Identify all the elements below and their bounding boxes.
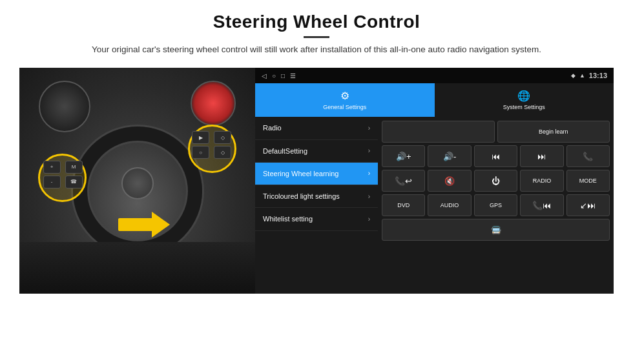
page-title: Steering Wheel Control xyxy=(92,12,541,32)
dvd-label: DVD xyxy=(397,202,410,208)
vol-up-icon: 🔊+ xyxy=(396,152,411,161)
gauge-left xyxy=(39,81,90,132)
gauge-right xyxy=(191,81,236,126)
menu-item-tricoloured-label: Tricoloured light settings xyxy=(263,192,340,201)
audio-label: AUDIO xyxy=(441,202,459,208)
recents-icon[interactable]: □ xyxy=(281,72,285,79)
status-nav-icons: ◁ ○ □ ☰ xyxy=(262,72,296,79)
chevron-icon-4: › xyxy=(368,193,370,200)
tab-system-settings[interactable]: 🌐 System Settings xyxy=(435,83,614,117)
call-end-button[interactable]: 📞↩ xyxy=(382,170,425,192)
control-panel: Begin learn 🔊+ 🔊- ⏮ xyxy=(378,117,614,294)
skip-next-button[interactable]: ↙⏭ xyxy=(566,194,610,216)
audio-button[interactable]: AUDIO xyxy=(428,194,471,216)
next-track-icon: ⏭ xyxy=(537,152,546,161)
tab-general-settings[interactable]: ⚙ General Settings xyxy=(255,83,435,117)
back-icon[interactable]: ◁ xyxy=(262,72,267,79)
content-area: + M - ☎ ▶ ◇ ○ ◇ xyxy=(19,68,614,294)
dashboard xyxy=(19,242,255,294)
location-icon: ◆ xyxy=(571,72,576,79)
control-row-1: Begin learn xyxy=(382,121,610,143)
prev-track-button[interactable]: ⏮ xyxy=(474,145,517,167)
status-time: 13:13 xyxy=(589,72,607,79)
home-icon[interactable]: ○ xyxy=(272,72,276,79)
control-row-2: 🔊+ 🔊- ⏮ ⏭ 📞 xyxy=(382,145,610,167)
chevron-icon: › xyxy=(368,125,370,132)
begin-learn-button[interactable]: Begin learn xyxy=(497,121,610,143)
android-panel: ◁ ○ □ ☰ ◆ ▲ 13:13 ⚙ General Settings xyxy=(255,68,614,294)
steering-wheel-center xyxy=(121,167,154,199)
vol-down-button[interactable]: 🔊- xyxy=(428,145,471,167)
title-section: Steering Wheel Control Your original car… xyxy=(92,12,541,56)
call-end-icon: 📞↩ xyxy=(395,176,412,186)
title-divider xyxy=(304,36,329,38)
gps-button[interactable]: GPS xyxy=(474,194,517,216)
skip-next-icon: ↙⏭ xyxy=(580,201,596,210)
empty-box xyxy=(382,121,495,143)
menu-item-default-label: DefaultSetting xyxy=(263,147,307,156)
sw-btn-vol: ◇ xyxy=(214,146,231,159)
power-icon: ⏻ xyxy=(492,176,500,186)
mode-label: MODE xyxy=(579,177,597,184)
vol-up-button[interactable]: 🔊+ xyxy=(382,145,425,167)
sw-btn-plus: + xyxy=(43,161,61,174)
bus-button[interactable]: 🚍 xyxy=(382,219,610,241)
gps-label: GPS xyxy=(490,202,502,208)
settings-content: Radio › DefaultSetting › Steering Wheel … xyxy=(255,117,614,294)
menu-item-whitelist-label: Whitelist setting xyxy=(263,214,313,223)
phone-prev-icon: 📞⏮ xyxy=(532,201,551,210)
menu-item-tricoloured[interactable]: Tricoloured light settings › xyxy=(255,185,378,208)
tab-system-label: System Settings xyxy=(503,104,545,110)
tab-general-label: General Settings xyxy=(323,104,366,110)
chevron-icon-5: › xyxy=(368,216,370,223)
menu-item-radio-label: Radio xyxy=(263,123,282,132)
next-track-button[interactable]: ⏭ xyxy=(520,145,563,167)
status-bar: ◁ ○ □ ☰ ◆ ▲ 13:13 xyxy=(255,68,614,83)
menu-item-steering[interactable]: Steering Wheel learning › xyxy=(255,163,378,185)
menu-item-steering-label: Steering Wheel learning xyxy=(263,169,338,178)
yellow-arrow xyxy=(118,212,170,238)
sw-btn-mode: M xyxy=(65,161,83,174)
menu-item-whitelist[interactable]: Whitelist setting › xyxy=(255,208,378,230)
arrow-body xyxy=(118,218,154,231)
arrow-head xyxy=(152,212,170,238)
menu-item-default[interactable]: DefaultSetting › xyxy=(255,140,378,163)
dvd-button[interactable]: DVD xyxy=(382,194,425,216)
mute-icon: 🔇 xyxy=(444,176,455,186)
btn-group-right: ▶ ◇ ○ ◇ xyxy=(192,131,234,159)
general-settings-icon: ⚙ xyxy=(340,90,349,102)
sw-btn-call: ☎ xyxy=(65,176,83,188)
system-settings-icon: 🌐 xyxy=(517,90,530,102)
signal-icon: ▲ xyxy=(579,72,585,79)
sw-btn-media: ▶ xyxy=(192,131,209,144)
control-row-3: 📞↩ 🔇 ⏻ RADIO MODE xyxy=(382,170,610,192)
radio-label: RADIO xyxy=(533,177,552,184)
menu-icon[interactable]: ☰ xyxy=(290,72,296,79)
tab-bar: ⚙ General Settings 🌐 System Settings xyxy=(255,83,614,117)
phone-icon: 📞 xyxy=(583,152,593,161)
power-button[interactable]: ⏻ xyxy=(474,170,517,192)
mute-button[interactable]: 🔇 xyxy=(428,170,471,192)
page-wrapper: Steering Wheel Control Your original car… xyxy=(0,0,633,364)
chevron-icon-2: › xyxy=(368,147,370,154)
control-row-5: 🚍 xyxy=(382,219,610,241)
btn-group-left: + M - ☎ xyxy=(43,161,85,188)
mode-button[interactable]: MODE xyxy=(566,170,610,192)
radio-button[interactable]: RADIO xyxy=(520,170,563,192)
vol-down-icon: 🔊- xyxy=(443,152,456,161)
call-button[interactable]: 📞 xyxy=(566,145,610,167)
phone-prev-button[interactable]: 📞⏮ xyxy=(520,194,563,216)
sw-btn-nav: ◇ xyxy=(214,131,231,144)
chevron-icon-3: › xyxy=(368,170,370,177)
sw-btn-minus: - xyxy=(43,176,61,188)
settings-menu: Radio › DefaultSetting › Steering Wheel … xyxy=(255,117,378,294)
prev-track-icon: ⏮ xyxy=(492,152,500,161)
status-right: ◆ ▲ 13:13 xyxy=(571,72,607,79)
sw-btn-back: ○ xyxy=(192,146,209,159)
control-row-4: DVD AUDIO GPS 📞⏮ ↙⏭ xyxy=(382,194,610,216)
photo-area: + M - ☎ ▶ ◇ ○ ◇ xyxy=(19,68,255,294)
menu-item-radio[interactable]: Radio › xyxy=(255,117,378,139)
subtitle: Your original car's steering wheel contr… xyxy=(92,43,541,56)
bus-icon: 🚍 xyxy=(491,225,501,235)
